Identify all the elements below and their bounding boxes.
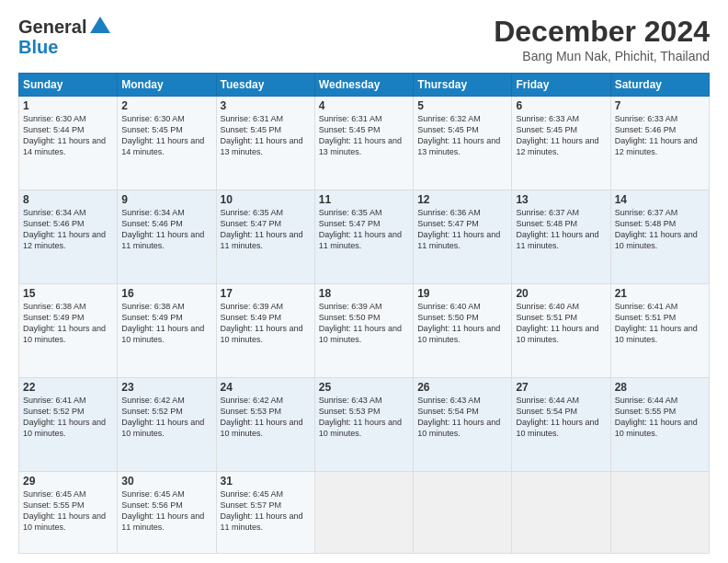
cell-info: Sunrise: 6:30 AMSunset: 5:44 PMDaylight:…: [23, 114, 106, 156]
table-row: 30 Sunrise: 6:45 AMSunset: 5:56 PMDaylig…: [118, 471, 216, 554]
table-row: 12 Sunrise: 6:36 AMSunset: 5:47 PMDaylig…: [414, 190, 512, 283]
cell-info: Sunrise: 6:42 AMSunset: 5:53 PMDaylight:…: [221, 396, 303, 438]
table-row: 9 Sunrise: 6:34 AMSunset: 5:46 PMDayligh…: [118, 190, 216, 283]
table-row: 10 Sunrise: 6:35 AMSunset: 5:47 PMDaylig…: [216, 190, 314, 283]
day-number: 1: [23, 99, 113, 112]
cell-info: Sunrise: 6:35 AMSunset: 5:47 PMDaylight:…: [319, 208, 402, 250]
cell-info: Sunrise: 6:40 AMSunset: 5:50 PMDaylight:…: [417, 302, 500, 344]
table-row: 27 Sunrise: 6:44 AMSunset: 5:54 PMDaylig…: [512, 377, 610, 471]
day-number: 22: [23, 381, 113, 394]
cell-info: Sunrise: 6:41 AMSunset: 5:51 PMDaylight:…: [615, 302, 698, 344]
day-number: 14: [615, 193, 705, 206]
table-row: 22 Sunrise: 6:41 AMSunset: 5:52 PMDaylig…: [19, 377, 118, 471]
cell-info: Sunrise: 6:44 AMSunset: 5:54 PMDaylight:…: [516, 396, 598, 438]
table-row: 24 Sunrise: 6:42 AMSunset: 5:53 PMDaylig…: [216, 377, 314, 471]
cell-info: Sunrise: 6:44 AMSunset: 5:55 PMDaylight:…: [615, 396, 698, 438]
table-row: 18 Sunrise: 6:39 AMSunset: 5:50 PMDaylig…: [314, 283, 413, 377]
day-number: 7: [615, 99, 705, 112]
logo: General Blue: [18, 15, 112, 57]
cell-info: Sunrise: 6:43 AMSunset: 5:53 PMDaylight:…: [319, 396, 402, 438]
table-row: 21 Sunrise: 6:41 AMSunset: 5:51 PMDaylig…: [610, 283, 709, 377]
table-row: 5 Sunrise: 6:32 AMSunset: 5:45 PMDayligh…: [414, 97, 512, 190]
day-number: 13: [516, 193, 606, 206]
day-number: 20: [516, 287, 606, 300]
table-row: [610, 471, 709, 554]
table-row: 15 Sunrise: 6:38 AMSunset: 5:49 PMDaylig…: [19, 283, 118, 377]
table-row: 28 Sunrise: 6:44 AMSunset: 5:55 PMDaylig…: [610, 377, 709, 471]
cell-info: Sunrise: 6:42 AMSunset: 5:52 PMDaylight:…: [121, 396, 204, 438]
day-number: 9: [121, 193, 211, 206]
cell-info: Sunrise: 6:45 AMSunset: 5:55 PMDaylight:…: [23, 489, 106, 532]
day-number: 16: [121, 287, 211, 300]
day-number: 3: [221, 99, 311, 112]
day-number: 30: [121, 475, 211, 488]
col-header-thursday: Thursday: [414, 74, 512, 97]
table-row: 1 Sunrise: 6:30 AMSunset: 5:44 PMDayligh…: [19, 97, 118, 190]
day-number: 26: [417, 381, 507, 394]
day-number: 31: [221, 475, 311, 488]
header: General Blue December 2024 Bang Mun Nak,…: [18, 15, 710, 63]
cell-info: Sunrise: 6:36 AMSunset: 5:47 PMDaylight:…: [417, 208, 500, 250]
page: General Blue December 2024 Bang Mun Nak,…: [0, 0, 728, 563]
day-number: 25: [319, 381, 409, 394]
col-header-wednesday: Wednesday: [314, 74, 413, 97]
day-number: 12: [417, 193, 507, 206]
day-number: 24: [221, 381, 311, 394]
day-number: 19: [417, 287, 507, 300]
cell-info: Sunrise: 6:30 AMSunset: 5:45 PMDaylight:…: [121, 114, 204, 156]
cell-info: Sunrise: 6:33 AMSunset: 5:45 PMDaylight:…: [516, 114, 598, 156]
table-row: 25 Sunrise: 6:43 AMSunset: 5:53 PMDaylig…: [314, 377, 413, 471]
cell-info: Sunrise: 6:40 AMSunset: 5:51 PMDaylight:…: [516, 302, 598, 344]
calendar-table: SundayMondayTuesdayWednesdayThursdayFrid…: [18, 73, 710, 554]
day-number: 6: [516, 99, 606, 112]
col-header-monday: Monday: [118, 74, 216, 97]
cell-info: Sunrise: 6:35 AMSunset: 5:47 PMDaylight:…: [221, 208, 303, 250]
col-header-friday: Friday: [512, 74, 610, 97]
col-header-saturday: Saturday: [610, 74, 709, 97]
logo-blue: Blue: [18, 37, 112, 57]
cell-info: Sunrise: 6:37 AMSunset: 5:48 PMDaylight:…: [615, 208, 698, 250]
cell-info: Sunrise: 6:34 AMSunset: 5:46 PMDaylight:…: [23, 208, 106, 250]
day-number: 2: [121, 99, 211, 112]
cell-info: Sunrise: 6:39 AMSunset: 5:49 PMDaylight:…: [221, 302, 303, 344]
table-row: 13 Sunrise: 6:37 AMSunset: 5:48 PMDaylig…: [512, 190, 610, 283]
cell-info: Sunrise: 6:38 AMSunset: 5:49 PMDaylight:…: [23, 302, 106, 344]
table-row: 6 Sunrise: 6:33 AMSunset: 5:45 PMDayligh…: [512, 97, 610, 190]
day-number: 17: [221, 287, 311, 300]
location: Bang Mun Nak, Phichit, Thailand: [494, 49, 710, 63]
day-number: 15: [23, 287, 113, 300]
cell-info: Sunrise: 6:31 AMSunset: 5:45 PMDaylight:…: [319, 114, 402, 156]
cell-info: Sunrise: 6:45 AMSunset: 5:57 PMDaylight:…: [221, 489, 303, 532]
table-row: 2 Sunrise: 6:30 AMSunset: 5:45 PMDayligh…: [118, 97, 216, 190]
table-row: 8 Sunrise: 6:34 AMSunset: 5:46 PMDayligh…: [19, 190, 118, 283]
cell-info: Sunrise: 6:38 AMSunset: 5:49 PMDaylight:…: [121, 302, 204, 344]
table-row: 7 Sunrise: 6:33 AMSunset: 5:46 PMDayligh…: [610, 97, 709, 190]
table-row: 16 Sunrise: 6:38 AMSunset: 5:49 PMDaylig…: [118, 283, 216, 377]
svg-marker-0: [90, 17, 110, 33]
table-row: 23 Sunrise: 6:42 AMSunset: 5:52 PMDaylig…: [118, 377, 216, 471]
table-row: [314, 471, 413, 554]
title-block: December 2024 Bang Mun Nak, Phichit, Tha…: [494, 15, 710, 63]
day-number: 29: [23, 475, 113, 488]
table-row: 19 Sunrise: 6:40 AMSunset: 5:50 PMDaylig…: [414, 283, 512, 377]
table-row: 20 Sunrise: 6:40 AMSunset: 5:51 PMDaylig…: [512, 283, 610, 377]
day-number: 23: [121, 381, 211, 394]
day-number: 21: [615, 287, 705, 300]
day-number: 5: [417, 99, 507, 112]
table-row: 14 Sunrise: 6:37 AMSunset: 5:48 PMDaylig…: [610, 190, 709, 283]
table-row: 11 Sunrise: 6:35 AMSunset: 5:47 PMDaylig…: [314, 190, 413, 283]
logo-general: General: [18, 17, 86, 37]
table-row: 17 Sunrise: 6:39 AMSunset: 5:49 PMDaylig…: [216, 283, 314, 377]
day-number: 28: [615, 381, 705, 394]
cell-info: Sunrise: 6:34 AMSunset: 5:46 PMDaylight:…: [121, 208, 204, 250]
cell-info: Sunrise: 6:31 AMSunset: 5:45 PMDaylight:…: [221, 114, 303, 156]
month-title: December 2024: [494, 15, 710, 49]
logo-icon: [88, 15, 112, 39]
day-number: 11: [319, 193, 409, 206]
cell-info: Sunrise: 6:32 AMSunset: 5:45 PMDaylight:…: [417, 114, 500, 156]
col-header-tuesday: Tuesday: [216, 74, 314, 97]
table-row: 31 Sunrise: 6:45 AMSunset: 5:57 PMDaylig…: [216, 471, 314, 554]
cell-info: Sunrise: 6:37 AMSunset: 5:48 PMDaylight:…: [516, 208, 598, 250]
day-number: 10: [221, 193, 311, 206]
table-row: 29 Sunrise: 6:45 AMSunset: 5:55 PMDaylig…: [19, 471, 118, 554]
